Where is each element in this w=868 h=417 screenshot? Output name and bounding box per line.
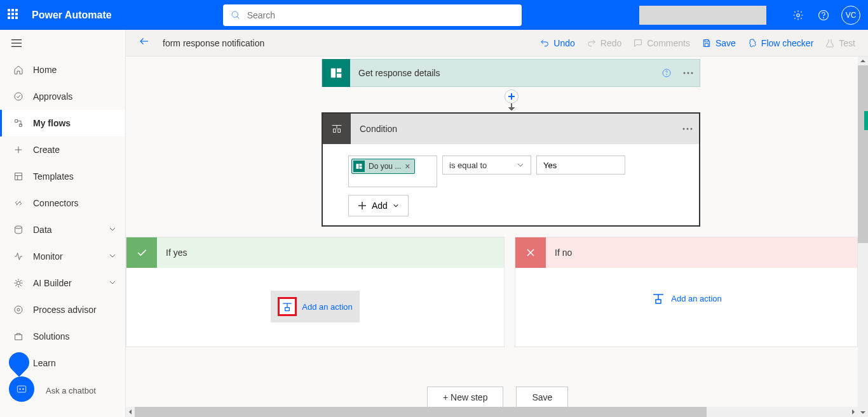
flow-checker-button[interactable]: Flow checker [747, 38, 813, 48]
svg-rect-24 [705, 43, 708, 46]
nav-connectors[interactable]: Connectors [0, 190, 125, 216]
save-button[interactable]: Save [702, 38, 736, 48]
hamburger-icon[interactable] [0, 30, 125, 56]
svg-point-31 [688, 72, 689, 74]
svg-point-36 [683, 128, 685, 130]
help-icon[interactable] [813, 5, 834, 25]
nav-label: Templates [33, 171, 74, 182]
scroll-down-icon[interactable] [858, 408, 868, 417]
nav-home[interactable]: Home [0, 56, 125, 83]
condition-body: Do you ... × is equal to Add [323, 144, 699, 225]
search-input[interactable] [247, 10, 514, 20]
svg-rect-27 [337, 74, 341, 77]
action-card-get-response[interactable]: Get response details [322, 59, 700, 87]
settings-icon[interactable] [788, 5, 808, 25]
undo-button[interactable]: Undo [539, 38, 574, 48]
new-step-button[interactable]: + New step [427, 387, 503, 407]
approvals-icon [13, 91, 24, 102]
undo-label: Undo [553, 38, 574, 48]
test-button[interactable]: Test [825, 38, 855, 48]
back-button[interactable] [139, 36, 154, 51]
left-nav: Home Approvals My flows Create Templates… [0, 30, 126, 417]
save-flow-button[interactable]: Save [516, 387, 568, 407]
insert-step-button[interactable] [505, 89, 519, 103]
svg-point-30 [684, 72, 686, 74]
svg-point-32 [691, 72, 693, 74]
test-label: Test [839, 38, 855, 48]
condition-operator-select[interactable]: is equal to [442, 156, 531, 175]
condition-title: Condition [351, 124, 676, 134]
card-help-icon[interactable] [656, 68, 677, 78]
if-no-branch[interactable]: If no Add an action [515, 237, 858, 347]
add-condition-row-button[interactable]: Add [348, 195, 409, 216]
condition-value-input[interactable] [536, 156, 625, 175]
svg-rect-11 [15, 173, 22, 180]
search-bar[interactable] [223, 4, 522, 26]
environment-picker[interactable] [639, 6, 766, 25]
nav-create[interactable]: Create [0, 136, 125, 163]
data-icon [13, 224, 24, 235]
redo-button[interactable]: Redo [587, 38, 621, 48]
nav-label: AI Builder [33, 278, 72, 288]
comments-label: Comments [647, 38, 690, 48]
if-yes-branch[interactable]: If yes Add an action [126, 237, 505, 347]
scroll-up-icon[interactable] [858, 56, 868, 65]
user-avatar[interactable]: VC [841, 6, 860, 25]
check-icon [126, 237, 157, 268]
nav-my-flows[interactable]: My flows [0, 110, 125, 136]
card-title: Get response details [349, 68, 656, 78]
svg-point-17 [17, 308, 20, 311]
if-no-header[interactable]: If no [515, 237, 857, 268]
horizontal-scrollbar[interactable] [126, 407, 858, 417]
nav-label: Home [33, 65, 57, 75]
card-more-icon[interactable] [676, 128, 699, 130]
scroll-right-icon[interactable] [849, 407, 858, 417]
svg-point-15 [17, 281, 20, 284]
nav-label: Approvals [33, 91, 72, 102]
scroll-left-icon[interactable] [126, 407, 135, 417]
if-no-label: If no [546, 248, 572, 258]
svg-rect-19 [17, 386, 25, 392]
svg-point-29 [667, 74, 667, 75]
app-title: Power Automate [32, 10, 112, 21]
add-action-yes-button[interactable]: Add an action [271, 291, 360, 322]
scrollbar-thumb[interactable] [858, 65, 868, 243]
redo-label: Redo [600, 38, 621, 48]
remove-token-icon[interactable]: × [405, 161, 410, 171]
nav-approvals[interactable]: Approvals [0, 83, 125, 110]
flow-canvas[interactable]: Get response details Condition Do you ..… [126, 56, 858, 407]
condition-card[interactable]: Condition Do you ... × is equal to [322, 112, 700, 227]
nav-process-advisor[interactable]: Process advisor [0, 296, 125, 323]
save-label: Save [715, 38, 736, 48]
scrollbar-thumb[interactable] [135, 407, 707, 417]
condition-left-operand[interactable]: Do you ... × [348, 156, 437, 187]
svg-point-16 [15, 306, 22, 314]
x-icon [515, 237, 546, 268]
chatbot-button[interactable] [9, 376, 34, 402]
feedback-tab[interactable] [864, 111, 868, 130]
nav-label: My flows [33, 118, 71, 128]
card-more-icon[interactable] [677, 72, 700, 74]
chevron-down-icon [393, 201, 399, 210]
nav-monitor[interactable]: Monitor [0, 243, 125, 270]
nav-ai-builder[interactable]: AI Builder [0, 270, 125, 296]
nav-templates[interactable]: Templates [0, 163, 125, 190]
if-yes-header[interactable]: If yes [126, 237, 504, 268]
condition-header[interactable]: Condition [323, 114, 699, 144]
chevron-down-icon [109, 225, 116, 235]
nav-solutions[interactable]: Solutions [0, 323, 125, 350]
svg-line-1 [237, 17, 239, 18]
templates-icon [13, 171, 24, 182]
flow-title[interactable]: form response notification [163, 38, 264, 48]
flow-checker-label: Flow checker [761, 38, 813, 48]
add-action-no-button[interactable]: Add an action [515, 291, 857, 306]
create-icon [13, 144, 24, 156]
app-launcher-icon[interactable] [8, 9, 20, 22]
svg-point-0 [232, 11, 238, 17]
nav-label: Data [33, 225, 52, 235]
comments-button[interactable]: Comments [633, 38, 690, 48]
nav-data[interactable]: Data [0, 216, 125, 243]
ask-chatbot-label[interactable]: Ask a chatbot [46, 386, 96, 395]
svg-rect-18 [15, 334, 22, 340]
dynamic-token[interactable]: Do you ... × [351, 159, 415, 174]
